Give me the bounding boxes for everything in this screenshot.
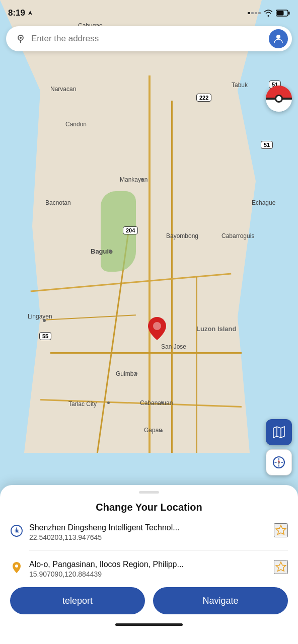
- star-icon-1: [275, 524, 287, 536]
- star-icon-2: [275, 561, 287, 573]
- user-icon: [272, 33, 284, 45]
- road-lingayen: [45, 314, 136, 320]
- map-label-mankayan: Mankayan: [120, 176, 147, 183]
- search-location-icon: [13, 31, 28, 46]
- pokeball-button[interactable]: [266, 86, 292, 112]
- road-vertical-2: [171, 101, 173, 453]
- map-label-candon: Candon: [65, 121, 87, 128]
- pokeball-center: [275, 95, 283, 103]
- wifi-icon: [264, 10, 273, 17]
- history-icon: [10, 524, 23, 537]
- route-badge-222: 222: [196, 94, 211, 102]
- road-east: [196, 277, 197, 453]
- status-bar: 8:19: [0, 0, 298, 22]
- home-indicator: [115, 623, 183, 626]
- water-right: [238, 0, 298, 453]
- road-main-vertical: [148, 75, 151, 453]
- map-label-narvacan: Narvacan: [50, 86, 76, 93]
- location-arrow-icon: [27, 10, 33, 16]
- location-coords-2: 15.907090,120.884439: [29, 570, 268, 578]
- city-dot-cabanatuan: [161, 401, 164, 404]
- favorite-button-2[interactable]: [274, 560, 288, 574]
- map-label-gapan: Gapan: [144, 427, 162, 434]
- teleport-button[interactable]: teleport: [10, 587, 145, 614]
- location-pin-icon: [10, 561, 23, 574]
- location-pin: [148, 317, 166, 339]
- location-coords-1: 22.540203,113.947645: [29, 533, 268, 541]
- city-dot-lingayen: [43, 319, 46, 322]
- map-view-button[interactable]: [266, 419, 292, 445]
- route-badge-55: 55: [39, 332, 51, 340]
- compass-button[interactable]: [266, 449, 292, 475]
- road-horizontal-2: [50, 352, 242, 354]
- location-item-1[interactable]: Shenzhen Dingsheng Intelligent Technol..…: [10, 523, 288, 541]
- road-horizontal-1: [31, 273, 232, 292]
- sheet-title: Change Your Location: [10, 502, 288, 513]
- signal-icon: [248, 12, 261, 14]
- status-time: 8:19: [8, 8, 33, 18]
- user-avatar-button[interactable]: [269, 29, 288, 48]
- sheet-handle: [139, 491, 159, 494]
- status-icons: [248, 10, 290, 17]
- svg-point-5: [276, 35, 280, 39]
- city-dot-gapan: [160, 430, 163, 432]
- city-dot-mankayan: [141, 178, 143, 181]
- map-label-guimba: Guimba: [116, 370, 137, 377]
- svg-rect-1: [288, 12, 290, 15]
- map-background: Cabugao Narvacan Tabuk Candon Mankayan B…: [0, 0, 298, 453]
- city-dot-guimba: [135, 372, 137, 375]
- search-bar[interactable]: [6, 26, 292, 51]
- city-dot-tarlac: [107, 401, 110, 404]
- map-area[interactable]: Cabugao Narvacan Tabuk Candon Mankayan B…: [0, 0, 298, 453]
- svg-rect-2: [277, 11, 284, 16]
- location-item-2[interactable]: Alo-o, Pangasinan, Ilocos Region, Philip…: [10, 560, 288, 578]
- compass-icon: [272, 456, 285, 469]
- navigate-button[interactable]: Navigate: [153, 587, 288, 614]
- favorite-button-1[interactable]: [274, 523, 288, 537]
- map-label-bacnotan: Bacnotan: [45, 199, 71, 206]
- road-horizontal-3: [40, 399, 242, 408]
- map-label-sanjose: San Jose: [161, 343, 186, 350]
- action-buttons: teleport Navigate: [10, 587, 288, 614]
- location-name-2: Alo-o, Pangasinan, Ilocos Region, Philip…: [29, 560, 268, 569]
- battery-icon: [276, 10, 290, 17]
- svg-point-6: [153, 322, 161, 330]
- route-badge-51-mid: 51: [261, 141, 273, 149]
- location-text-1: Shenzhen Dingsheng Intelligent Technol..…: [29, 523, 268, 541]
- map-label-luzon: Luzon Island: [196, 325, 236, 333]
- water-left: [0, 0, 40, 453]
- map-icon: [272, 425, 286, 439]
- route-badge-204: 204: [123, 226, 138, 234]
- svg-point-12: [15, 565, 18, 568]
- svg-point-4: [20, 37, 22, 39]
- location-text-2: Alo-o, Pangasinan, Ilocos Region, Philip…: [29, 560, 268, 578]
- city-dot-baguio: [109, 250, 112, 253]
- location-name-1: Shenzhen Dingsheng Intelligent Technol..…: [29, 523, 268, 532]
- bottom-sheet: Change Your Location Shenzhen Dingsheng …: [0, 485, 298, 644]
- divider-1: [29, 550, 288, 551]
- search-input[interactable]: [31, 34, 269, 44]
